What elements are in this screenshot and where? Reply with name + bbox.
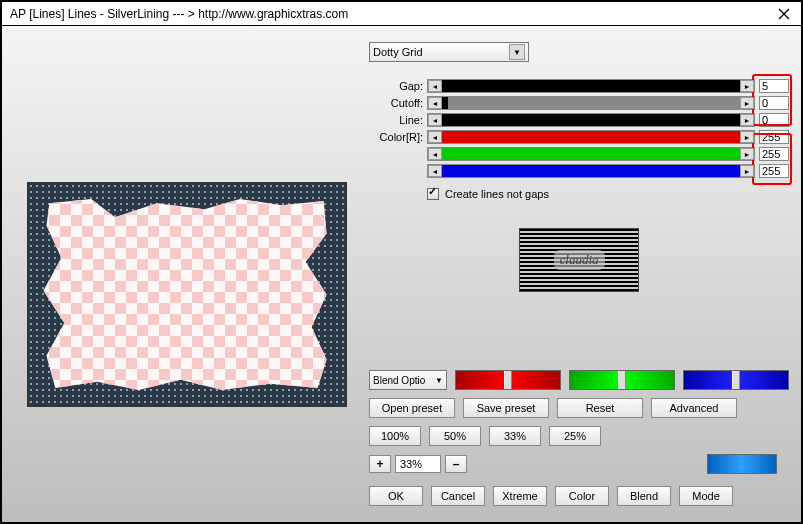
zoom-100-button[interactable]: 100% <box>369 426 421 446</box>
zoom-25-button[interactable]: 25% <box>549 426 601 446</box>
params-group: Gap: ◄ ► 5 Cutoff: ◄ ► 0 <box>369 78 789 180</box>
chevron-down-icon: ▼ <box>509 44 525 60</box>
close-button[interactable] <box>771 4 797 24</box>
gap-slider[interactable]: ◄ ► <box>427 79 755 93</box>
content-area: Dotty Grid ▼ Gap: ◄ ► 5 Cutoff: ◄ <box>2 26 801 522</box>
slider-thumb[interactable] <box>732 371 740 389</box>
param-row-color-g: ◄ ► 255 <box>369 146 789 162</box>
gap-label: Gap: <box>369 80 427 92</box>
percent-buttons-row: 100% 50% 33% 25% <box>369 426 789 446</box>
slider-thumb[interactable] <box>504 371 512 389</box>
create-lines-row: Create lines not gaps <box>427 188 789 200</box>
preset-buttons-row: Open preset Save preset Reset Advanced <box>369 398 789 418</box>
color-swatch[interactable] <box>707 454 777 474</box>
create-lines-checkbox[interactable] <box>427 188 439 200</box>
window-title: AP [Lines] Lines - SilverLining --- > ht… <box>6 7 348 21</box>
preset-dropdown[interactable]: Dotty Grid ▼ <box>369 42 529 62</box>
brand-logo: claudia <box>519 228 639 292</box>
colorg-slider[interactable]: ◄ ► <box>427 147 755 161</box>
colorr-slider[interactable]: ◄ ► <box>427 130 755 144</box>
colorr-label: Color[R]: <box>369 131 427 143</box>
blend-dropdown[interactable]: Blend Optio ▼ <box>369 370 447 390</box>
bottom-block: Blend Optio ▼ Open preset Save preset Re… <box>369 370 789 510</box>
save-preset-button[interactable]: Save preset <box>463 398 549 418</box>
zoom-in-button[interactable]: + <box>369 455 391 473</box>
preview-image <box>27 182 347 407</box>
param-row-color-r: Color[R]: ◄ ► 255 <box>369 129 789 145</box>
create-lines-label: Create lines not gaps <box>445 188 549 200</box>
blue-blend-slider[interactable] <box>683 370 789 390</box>
reset-button[interactable]: Reset <box>557 398 643 418</box>
zoom-row: + 33% – <box>369 454 789 474</box>
chevron-down-icon: ▼ <box>435 376 443 385</box>
titlebar: AP [Lines] Lines - SilverLining --- > ht… <box>2 2 801 26</box>
close-icon <box>778 8 790 20</box>
arrow-left-icon[interactable]: ◄ <box>428 97 442 109</box>
arrow-right-icon[interactable]: ► <box>740 114 754 126</box>
param-row-line: Line: ◄ ► 0 <box>369 112 789 128</box>
controls-pane: Dotty Grid ▼ Gap: ◄ ► 5 Cutoff: ◄ <box>359 42 789 510</box>
zoom-value[interactable]: 33% <box>395 455 441 473</box>
preset-selected: Dotty Grid <box>373 46 423 58</box>
brand-logo-text: claudia <box>554 250 605 270</box>
zoom-33-button[interactable]: 33% <box>489 426 541 446</box>
open-preset-button[interactable]: Open preset <box>369 398 455 418</box>
arrow-right-icon[interactable]: ► <box>740 97 754 109</box>
arrow-left-icon[interactable]: ◄ <box>428 114 442 126</box>
blend-row: Blend Optio ▼ <box>369 370 789 390</box>
arrow-right-icon[interactable]: ► <box>740 165 754 177</box>
param-row-cutoff: Cutoff: ◄ ► 0 <box>369 95 789 111</box>
final-buttons-row: OK Cancel Xtreme Color Blend Mode <box>369 486 789 506</box>
highlight-box-1 <box>752 74 792 126</box>
blend-button[interactable]: Blend <box>617 486 671 506</box>
preview-shape <box>38 193 336 396</box>
arrow-left-icon[interactable]: ◄ <box>428 80 442 92</box>
param-row-color-b: ◄ ► 255 <box>369 163 789 179</box>
blend-label: Blend Optio <box>373 375 425 386</box>
param-row-gap: Gap: ◄ ► 5 <box>369 78 789 94</box>
cutoff-label: Cutoff: <box>369 97 427 109</box>
zoom-out-button[interactable]: – <box>445 455 467 473</box>
line-slider[interactable]: ◄ ► <box>427 113 755 127</box>
colorb-slider[interactable]: ◄ ► <box>427 164 755 178</box>
window-root: AP [Lines] Lines - SilverLining --- > ht… <box>0 0 803 524</box>
arrow-left-icon[interactable]: ◄ <box>428 148 442 160</box>
arrow-left-icon[interactable]: ◄ <box>428 165 442 177</box>
slider-thumb[interactable] <box>618 371 626 389</box>
ok-button[interactable]: OK <box>369 486 423 506</box>
arrow-left-icon[interactable]: ◄ <box>428 131 442 143</box>
highlight-box-2 <box>752 133 792 185</box>
arrow-right-icon[interactable]: ► <box>740 80 754 92</box>
zoom-50-button[interactable]: 50% <box>429 426 481 446</box>
green-blend-slider[interactable] <box>569 370 675 390</box>
advanced-button[interactable]: Advanced <box>651 398 737 418</box>
red-blend-slider[interactable] <box>455 370 561 390</box>
color-button[interactable]: Color <box>555 486 609 506</box>
mode-button[interactable]: Mode <box>679 486 733 506</box>
cutoff-slider[interactable]: ◄ ► <box>427 96 755 110</box>
preview-pane <box>14 42 359 510</box>
cancel-button[interactable]: Cancel <box>431 486 485 506</box>
line-label: Line: <box>369 114 427 126</box>
xtreme-button[interactable]: Xtreme <box>493 486 547 506</box>
arrow-right-icon[interactable]: ► <box>740 131 754 143</box>
arrow-right-icon[interactable]: ► <box>740 148 754 160</box>
